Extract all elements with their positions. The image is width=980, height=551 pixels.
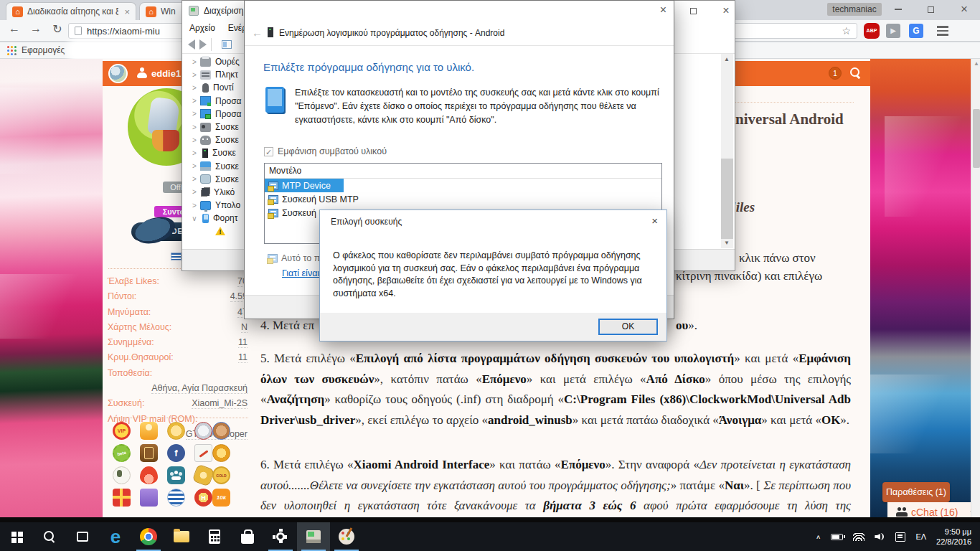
settings-icon[interactable] [276, 532, 285, 541]
gold-ribbon-icon: GOLD [212, 466, 230, 484]
page-scrollbar[interactable]: ▲ [971, 59, 980, 517]
scroll-up-icon[interactable]: ▲ [724, 56, 730, 62]
dm-maximize-button[interactable] [683, 3, 703, 19]
browser-menu-icon[interactable] [934, 22, 951, 39]
wizard-back-icon[interactable]: ← [252, 27, 263, 39]
translate-extension-icon[interactable]: G [908, 22, 925, 39]
device-type-icon [202, 83, 209, 93]
user-avatar-small[interactable] [108, 64, 128, 83]
forward-icon[interactable]: → [27, 22, 44, 35]
notification-badge[interactable]: 1 [829, 67, 842, 80]
dm-forward-icon[interactable] [199, 39, 207, 50]
taskbar-app-cell[interactable] [264, 522, 297, 551]
taskbar-app-cell[interactable] [33, 522, 66, 551]
bookmark-star-icon[interactable]: ☆ [842, 25, 851, 37]
compatible-hardware-checkbox[interactable]: ✓ Εμφάνιση συμβατού υλικού [264, 146, 387, 156]
wifi-icon[interactable] [853, 533, 864, 541]
checkbox-check-icon[interactable]: ✓ [264, 147, 273, 156]
scroll-up-icon[interactable]: ▲ [974, 60, 979, 67]
browser-restore-button[interactable] [920, 1, 941, 17]
facebook-badge-icon: f [167, 444, 185, 462]
greek-flag-badge-icon [167, 489, 185, 507]
battery-icon[interactable] [831, 534, 843, 540]
adblock-extension-icon[interactable]: ABP [863, 22, 880, 39]
chrome-icon[interactable] [140, 528, 157, 545]
dialog-close-icon[interactable]: × [651, 215, 658, 227]
taskbar-app-cell[interactable] [297, 522, 330, 551]
browser-minimize-button[interactable] [888, 1, 908, 17]
mascot-badge-icon [113, 466, 131, 484]
taskbar-app-cell[interactable] [0, 522, 33, 551]
start-button[interactable] [11, 532, 17, 537]
device-type-icon [215, 227, 225, 236]
flash-extension-icon[interactable]: ▶ [885, 22, 902, 39]
scrollbar-thumb[interactable] [973, 109, 980, 168]
file-explorer-icon[interactable] [174, 531, 189, 542]
clock[interactable]: 9:50 μμ 22/8/2016 [936, 527, 971, 547]
stat-row: Χάρτης Μέλους: N [108, 322, 248, 337]
dm-scrollbar-thumb[interactable] [721, 159, 733, 239]
close-tab-icon[interactable]: × [124, 6, 130, 17]
box-badge-icon [140, 489, 158, 507]
paint-icon[interactable] [339, 529, 354, 545]
stat-row: Αθήνα, Αγία Παρασκευή [108, 383, 248, 398]
dm-scrollbar[interactable]: ▲ ▼ [721, 54, 733, 248]
store-icon[interactable] [241, 534, 254, 544]
volume-icon[interactable] [875, 532, 885, 541]
driver-list-item[interactable]: Συσκευή USB MTP [265, 192, 661, 206]
taskbar-app-cell[interactable] [231, 522, 264, 551]
username[interactable]: eddie1 [151, 68, 181, 79]
window-bottom-strip [0, 517, 980, 522]
driver-list-item[interactable]: MTP Device [265, 179, 344, 192]
wizard-close-icon[interactable]: × [660, 4, 666, 17]
hidden-icons-chevron[interactable]: ∧ [816, 534, 821, 540]
post-text-fragment: κλικ πάνω στον [739, 251, 868, 265]
people-icon [896, 507, 908, 517]
dm-console-icon[interactable] [222, 40, 232, 49]
apps-grid-icon[interactable] [7, 46, 17, 55]
wizard-body-text: Επιλέξτε τον κατασκευαστή και το μοντέλο… [295, 86, 672, 127]
gift-badge-icon [113, 489, 131, 507]
post-heading-fragment: niversal Android [735, 110, 943, 128]
edge-icon[interactable]: e [110, 528, 121, 545]
device-type-icon [200, 70, 211, 80]
taskbar-app-cell[interactable]: e [99, 522, 132, 551]
taskbar-app-cell[interactable] [330, 522, 363, 551]
chat-bar[interactable]: cChat (16) [887, 502, 980, 517]
taskbar-app-cell[interactable] [198, 522, 231, 551]
action-center-icon[interactable] [895, 532, 905, 542]
dm-close-button[interactable]: × [716, 3, 736, 19]
taskbar-app-cell[interactable] [165, 522, 198, 551]
dm-back-icon[interactable] [188, 39, 195, 50]
reload-icon[interactable]: ↻ [49, 22, 66, 36]
back-icon[interactable]: ← [6, 22, 23, 35]
quotes-button[interactable]: Παραθέσεις (1) [882, 482, 950, 502]
search-icon[interactable] [850, 67, 862, 79]
taskbar-app-cell[interactable] [132, 522, 165, 551]
tab-1[interactable]: ⌂ Διαδικασία αίτησης και ξ × [6, 2, 136, 20]
screen: ⌂ Διαδικασία αίτησης και ξ × ⌂ Win techm… [0, 0, 980, 551]
driver-signing-link-fragment[interactable]: Γιατί είναι [282, 268, 319, 278]
calculator-icon[interactable] [209, 529, 220, 544]
post-step6-paragraph: 6. Μετά επιλέγω «Xiaomi Android Interfac… [260, 455, 851, 517]
scroll-down-icon[interactable]: ▼ [724, 240, 730, 246]
clock-date: 22/8/2016 [936, 537, 971, 546]
search-button[interactable] [43, 530, 56, 543]
miui-forum-favicon: ⌂ [146, 6, 156, 17]
ok-button[interactable]: OK [598, 319, 658, 335]
device-manager-icon[interactable] [306, 530, 321, 543]
language-indicator[interactable]: ΕΛ [915, 532, 926, 541]
page-icon [75, 27, 82, 35]
dialog-body-text: Ο φάκελος που καθορίσατε δεν περιλαμβάνε… [333, 250, 650, 300]
taskbar-app-cell[interactable] [66, 522, 99, 551]
browser-profile-chip[interactable]: techmaniac [827, 3, 882, 16]
user-icon [137, 67, 147, 79]
stat-row: Κρυμ.Θησαυροί: 11 [108, 352, 248, 367]
bookmarks-apps-label[interactable]: Εφαρμογές [22, 45, 65, 55]
driver-icon [268, 182, 278, 190]
menu-item[interactable]: Αρχείο [189, 23, 215, 33]
wizard-heading: Επιλέξτε πρόγραμμα οδήγησης για το υλικό… [263, 61, 474, 73]
browser-close-button[interactable]: × [954, 1, 974, 17]
url-text: https://xiaomi-miu [87, 26, 160, 37]
task-view-button[interactable] [77, 532, 88, 542]
